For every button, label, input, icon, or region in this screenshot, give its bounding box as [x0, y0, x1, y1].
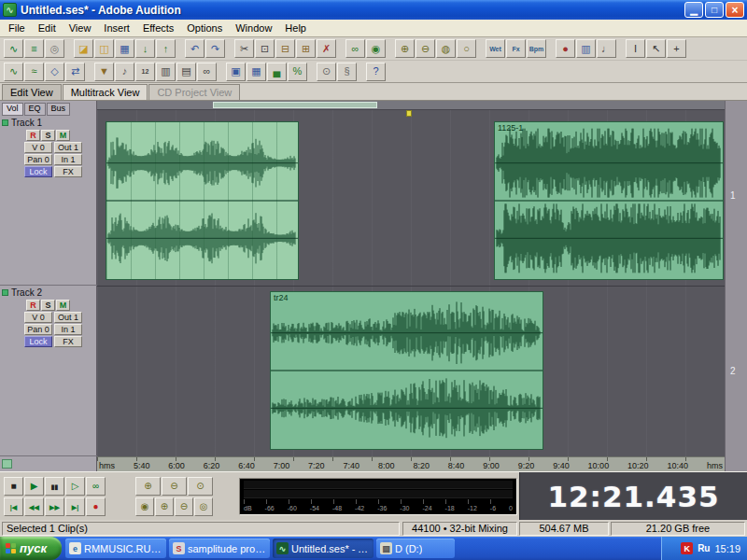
scrollbar-thumb[interactable]	[213, 102, 377, 108]
clip-time-stretch-icon[interactable]: ⇄	[65, 63, 85, 81]
menu-options[interactable]: Options	[180, 21, 229, 35]
track-1-solo-button[interactable]: S	[41, 130, 55, 141]
zoom-out-vertical-button[interactable]: ⊖	[175, 497, 193, 516]
language-indicator[interactable]: Ru	[698, 543, 710, 553]
track-panel-tab-vol[interactable]: Vol	[2, 103, 23, 116]
track-scroll-thumb[interactable]	[2, 459, 12, 469]
playhead-marker[interactable]	[406, 110, 412, 117]
zoom-in-vertical-button[interactable]: ⊕	[155, 497, 174, 516]
bpm-tempo-icon[interactable]: Bpm	[527, 39, 546, 58]
menu-file[interactable]: File	[2, 21, 32, 35]
track-1-fx-button[interactable]: FX	[54, 166, 82, 177]
zoom-to-selection-button[interactable]: ◉	[135, 497, 154, 516]
track-1-lock-button[interactable]: Lock	[24, 166, 52, 177]
go-to-end-button[interactable]: ▶|	[65, 497, 85, 516]
redo-icon[interactable]: ↷	[205, 39, 225, 58]
track-panel-tab-eq[interactable]: EQ	[24, 103, 46, 116]
time-selection-tool-icon[interactable]: I	[626, 39, 645, 58]
mixer-window-icon[interactable]: ▦	[247, 63, 266, 81]
close-button[interactable]: ×	[726, 2, 744, 18]
cpu-percent-icon[interactable]: %	[288, 63, 307, 81]
audio-clip-track1-right[interactable]: 1125-1	[494, 121, 724, 280]
edit-view-icon[interactable]: ∿	[4, 39, 23, 58]
multitrack-timeline[interactable]: 1125-1 tr24	[97, 110, 725, 456]
group-clips-icon[interactable]: ◉	[366, 39, 386, 58]
track-1-output-button[interactable]: Out 1	[54, 142, 82, 153]
audio-clip-track2[interactable]: tr24	[270, 291, 543, 450]
track-panel-tab-bus[interactable]: Bus	[47, 103, 71, 116]
menu-view[interactable]: View	[63, 21, 98, 35]
taskbar-item[interactable]: ∿ Untitled.ses* - Ad...	[273, 539, 374, 558]
open-file-icon[interactable]: ◪	[74, 39, 93, 58]
time-ruler[interactable]: hms 5:40 6:00 6:20 6:40 7:00 7:20 7:40 8…	[97, 456, 725, 471]
rewind-button[interactable]: ◀◀	[24, 497, 44, 516]
append-file-icon[interactable]: ◫	[94, 39, 114, 58]
cut-icon[interactable]: ✂	[234, 39, 254, 58]
multitrack-view-icon[interactable]: ≡	[24, 39, 44, 58]
level-meters[interactable]: dB -66 -60 -54 -48 -42 -36 -30 -24 -18 -…	[239, 478, 517, 515]
import-audio-icon[interactable]: ↓	[135, 39, 155, 58]
play-to-end-button[interactable]: ▷	[65, 477, 85, 496]
stop-button[interactable]: ■	[4, 477, 23, 496]
undo-icon[interactable]: ↶	[185, 39, 204, 58]
track-1-volume-button[interactable]: V 0	[24, 142, 52, 153]
track-2-solo-button[interactable]: S	[41, 300, 55, 311]
tab-cd-project-view[interactable]: CD Project View	[148, 84, 240, 100]
menu-help[interactable]: Help	[278, 21, 313, 35]
metronome-icon[interactable]: ♩	[597, 39, 616, 58]
menu-edit[interactable]: Edit	[32, 21, 63, 35]
options-settings-icon[interactable]: ⊙	[317, 63, 336, 81]
minimize-button[interactable]: ▁	[684, 2, 703, 18]
snap-to-loop-endpoints-icon[interactable]: ∞	[197, 63, 217, 81]
move-clip-tool-icon[interactable]: +	[667, 39, 686, 58]
track-1-input-button[interactable]: In 1	[54, 154, 82, 165]
zoom-out-icon[interactable]: ⊖	[416, 39, 435, 58]
snap-to-clips-icon[interactable]: ▤	[176, 63, 196, 81]
horizontal-scrollbar[interactable]	[97, 101, 725, 110]
edit-clip-envelopes-icon[interactable]: ◇	[45, 63, 64, 81]
session-time-display[interactable]: 12:21.435	[519, 472, 747, 521]
cpu-load-meter-icon[interactable]: ▄	[267, 63, 287, 81]
fast-forward-button[interactable]: ▶▶	[45, 497, 64, 516]
cd-project-view-icon[interactable]: ◎	[45, 39, 64, 58]
tab-multitrack-view[interactable]: Multitrack View	[63, 84, 148, 100]
audio-clip-track1-left[interactable]	[106, 121, 299, 280]
snap-to-ruler-icon[interactable]: ▥	[156, 63, 176, 81]
pause-button[interactable]: ▮▮	[45, 477, 64, 496]
menu-window[interactable]: Window	[229, 21, 278, 35]
paste-icon[interactable]: ⊟	[275, 39, 295, 58]
zoom-out-button[interactable]: ⊖	[162, 477, 187, 496]
track-2-lock-button[interactable]: Lock	[24, 336, 52, 347]
track-1-pan-button[interactable]: Pan 0	[24, 154, 52, 165]
punch-in-icon[interactable]: ●	[556, 39, 575, 58]
track-2-name[interactable]: Track 2	[11, 287, 42, 298]
show-pan-envelopes-icon[interactable]: ≈	[24, 63, 44, 81]
track-2-output-button[interactable]: Out 1	[54, 312, 82, 323]
menu-effects[interactable]: Effects	[136, 21, 180, 35]
ruler-format-icon[interactable]: 12	[135, 63, 155, 81]
show-volume-envelopes-icon[interactable]: ∿	[4, 63, 23, 81]
go-to-beginning-button[interactable]: |◀	[4, 497, 23, 516]
mixer-icon[interactable]: ▥	[576, 39, 596, 58]
track-2-input-button[interactable]: In 1	[54, 324, 82, 335]
copy-icon[interactable]: ⊡	[255, 39, 275, 58]
scripts-icon[interactable]: §	[337, 63, 357, 81]
taskbar-clock[interactable]: 15:19	[714, 543, 740, 554]
insert-marker-icon[interactable]: ▼	[94, 63, 114, 81]
tab-edit-view[interactable]: Edit View	[2, 84, 62, 100]
zoom-full-icon[interactable]: ○	[457, 39, 476, 58]
taskbar-item[interactable]: e RMMUSIC.RU - Ca...	[65, 539, 166, 558]
start-button[interactable]: пуск	[0, 537, 62, 560]
track-2-pan-button[interactable]: Pan 0	[24, 324, 52, 335]
zoom-full-button[interactable]: ⊙	[188, 477, 213, 496]
save-session-icon[interactable]: ▦	[115, 39, 134, 58]
track-1-name[interactable]: Track 1	[11, 118, 42, 128]
session-properties-icon[interactable]: ▣	[226, 63, 246, 81]
zoom-to-selection-icon[interactable]: ◍	[436, 39, 456, 58]
track-index-ruler[interactable]: 1 2	[725, 101, 747, 471]
zoom-in-button[interactable]: ⊕	[135, 477, 161, 496]
track-2-volume-button[interactable]: V 0	[24, 312, 52, 323]
track-2-record-arm-button[interactable]: R	[26, 300, 40, 311]
track-2-mute-button[interactable]: M	[56, 300, 70, 311]
taskbar-item[interactable]: S samplitude profes...	[169, 539, 270, 558]
